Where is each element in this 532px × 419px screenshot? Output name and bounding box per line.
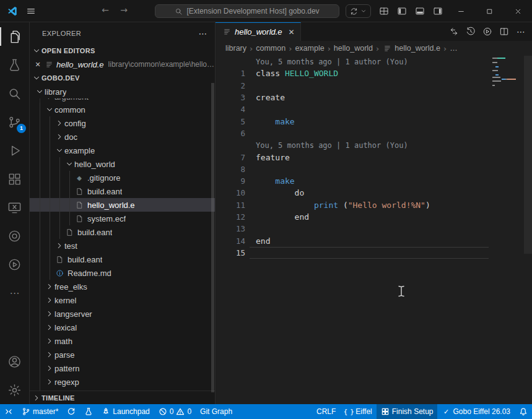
tree-folder-free-elks[interactable]: free_elks <box>30 280 215 293</box>
status-label: Gobo Eiffel 26.03 <box>453 407 510 416</box>
tree-file-system-ecf[interactable]: system.ecf <box>30 212 215 225</box>
chevron-right-icon <box>45 336 55 346</box>
problems-indicator[interactable]: 00 <box>154 404 196 419</box>
circle-play-icon[interactable] <box>480 24 495 39</box>
language-indicator[interactable]: { }Eiffel <box>340 404 376 419</box>
tree-folder-config[interactable]: config <box>30 116 215 130</box>
compare-icon[interactable] <box>447 24 461 39</box>
tree-file-build-eant[interactable]: build.eant <box>30 253 215 266</box>
code-line-4: 4 <box>216 103 532 115</box>
history-icon[interactable] <box>463 24 478 39</box>
close-icon[interactable]: ✕ <box>289 28 295 37</box>
chevron-down-icon <box>55 145 64 155</box>
sidebar-title: EXPLORER <box>42 30 81 37</box>
more-icon[interactable]: ⋯ <box>513 24 528 39</box>
nav-forward-icon[interactable]: → <box>118 5 130 15</box>
git-graph-button[interactable]: Git Graph <box>196 404 237 419</box>
tree-folder-lexical[interactable]: lexical <box>30 321 215 334</box>
minimap[interactable] <box>492 58 516 89</box>
close-button[interactable] <box>504 0 532 22</box>
panel-left-button[interactable] <box>393 0 411 22</box>
breadcrumb-item-common[interactable]: common <box>256 44 286 53</box>
breadcrumb-item-hello-world-e[interactable]: hello_world.e <box>382 43 440 53</box>
token: class <box>256 69 285 78</box>
editor-scrollbar[interactable] <box>524 56 532 254</box>
eiffel-file-icon <box>222 27 232 37</box>
code-line-9: 9 make <box>216 175 532 187</box>
menu-icon[interactable] <box>26 6 36 16</box>
activity-extensions[interactable] <box>0 165 29 193</box>
tree-folder-common[interactable]: common <box>30 103 215 116</box>
minimap-seg <box>492 80 501 82</box>
layout-grid-button[interactable] <box>375 0 393 22</box>
breadcrumb-item-example[interactable]: example <box>295 44 324 53</box>
tree-folder-argument[interactable]: argument <box>30 98 215 103</box>
activity-circle-record[interactable] <box>0 222 29 250</box>
tree-file-gitignore[interactable]: ◆.gitignore <box>30 171 215 184</box>
notifications-bell[interactable] <box>515 404 532 419</box>
tree-folder-library[interactable]: library <box>30 85 215 98</box>
panel-bottom-button[interactable] <box>411 0 429 22</box>
command-center-search[interactable]: [Extension Development Host] gobo.dev <box>155 4 339 18</box>
minimize-button[interactable] <box>447 0 475 22</box>
tree-folder-example[interactable]: example <box>30 144 215 157</box>
tree-folder-parse[interactable]: parse <box>30 348 215 361</box>
gobo-version-indicator[interactable]: ✓Gobo Eiffel 26.03 <box>437 404 515 419</box>
breadcrumb-item-hello-world[interactable]: hello_world <box>334 44 373 53</box>
launchpad-button[interactable]: Launchpad <box>97 404 154 419</box>
nav-back-icon[interactable]: ← <box>99 5 111 15</box>
git-branch-indicator[interactable]: master* <box>17 404 63 419</box>
tree-file-build-eant[interactable]: build.eant <box>30 225 215 239</box>
activity-account[interactable] <box>0 347 29 376</box>
breadcrumb-item-[interactable]: … <box>450 44 458 53</box>
tree-folder-langserver[interactable]: langserver <box>30 307 215 321</box>
indent-guide <box>59 225 60 239</box>
tree-folder-regexp[interactable]: regexp <box>30 375 215 389</box>
panel-right-button[interactable] <box>429 0 447 22</box>
timeline-header[interactable]: TIMELINE <box>30 391 215 404</box>
activity-files[interactable] <box>0 22 29 51</box>
open-editor-item[interactable]: ✕ hello_world.e library\common\example\h… <box>30 58 215 71</box>
activity-settings-gear[interactable] <box>0 376 29 404</box>
tree-file-hello-world-e[interactable]: hello_world.e <box>30 198 215 212</box>
close-icon[interactable]: ✕ <box>33 61 43 69</box>
tree-folder-test[interactable]: test <box>30 239 215 253</box>
panel-bottom-icon <box>415 6 425 16</box>
finish-setup-button[interactable]: Finish Setup <box>377 404 438 419</box>
sync-changes-button[interactable] <box>63 404 80 419</box>
tree-row-clipped: argument <box>30 98 215 103</box>
tree-folder-doc[interactable]: doc <box>30 130 215 144</box>
code-area[interactable]: You, 5 months ago | 1 author (You)1class… <box>216 56 532 404</box>
eol-indicator[interactable]: CRLF <box>312 404 340 419</box>
activity-more[interactable]: ⋯ <box>0 279 29 307</box>
activity-run-debug[interactable] <box>0 136 29 165</box>
more-actions-icon[interactable]: ⋯ <box>199 28 207 38</box>
beaker-icon <box>7 58 22 72</box>
activity-circle-play[interactable] <box>0 250 29 279</box>
maximize-button[interactable] <box>475 0 504 22</box>
tree-file-readme-md[interactable]: Readme.md <box>30 266 215 280</box>
tree-file-build-eant[interactable]: build.eant <box>30 184 215 198</box>
activity-search[interactable] <box>0 79 29 108</box>
split-editor-icon[interactable] <box>497 24 512 39</box>
indent-guide <box>40 307 40 321</box>
beaker-status[interactable] <box>80 404 97 419</box>
workspace-header[interactable]: GOBO.DEV <box>30 71 215 85</box>
tree-item-label: build.eant <box>77 228 112 237</box>
sidebar-scrollbar[interactable] <box>211 83 214 392</box>
breadcrumb-item-library[interactable]: library <box>225 44 246 53</box>
tree-folder-hello-world[interactable]: hello_world <box>30 157 215 171</box>
activity-beaker[interactable] <box>0 51 29 79</box>
activity-remote-window[interactable] <box>0 193 29 222</box>
tree-folder-kernel[interactable]: kernel <box>30 293 215 307</box>
tree-folder-pattern[interactable]: pattern <box>30 361 215 375</box>
indent-guide <box>59 198 60 212</box>
token <box>256 117 275 126</box>
tree-folder-math[interactable]: math <box>30 334 215 348</box>
indent-guide <box>69 212 70 225</box>
tab-hello-world-e[interactable]: hello_world.e ✕ <box>216 22 301 41</box>
run-extension-button[interactable] <box>346 4 371 18</box>
open-editors-header[interactable]: OPEN EDITORS <box>30 44 215 58</box>
remote-indicator[interactable] <box>0 404 17 419</box>
activity-source-control[interactable]: 1 <box>0 108 29 136</box>
